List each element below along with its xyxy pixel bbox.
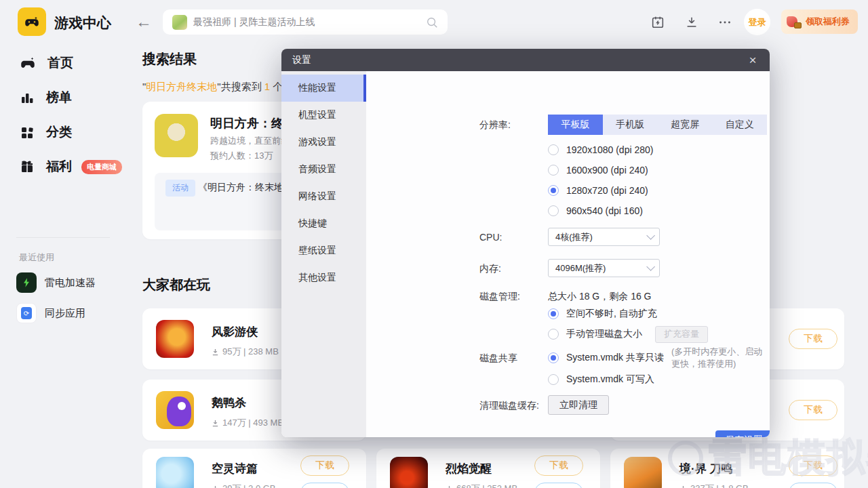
- menu-item-other[interactable]: 其他设置: [281, 264, 366, 291]
- download-button[interactable]: 下载: [789, 455, 837, 476]
- download-manager-icon[interactable]: [683, 14, 701, 31]
- gamepad-icon: [19, 54, 37, 72]
- grid-icon: [19, 124, 35, 140]
- tab-tablet[interactable]: 平板版: [548, 115, 603, 135]
- tab-ultrawide[interactable]: 超宽屏: [658, 115, 713, 135]
- resolution-option-960[interactable]: 960x540 (dpi 160): [548, 203, 643, 218]
- settings-menu: 性能设置 机型设置 游戏设置 音频设置 网络设置 快捷键 壁纸设置 其他设置: [281, 71, 366, 437]
- sidebar-item-rankings[interactable]: 榜单: [19, 87, 72, 108]
- menu-item-hotkeys[interactable]: 快捷键: [281, 210, 366, 237]
- tab-phone[interactable]: 手机版: [603, 115, 658, 135]
- back-button[interactable]: [136, 12, 152, 31]
- menu-item-performance[interactable]: 性能设置: [281, 75, 366, 102]
- search-placeholder-text: 最强祖师 | 灵阵主题活动上线: [193, 16, 420, 28]
- game-icon: [390, 457, 428, 488]
- app-logo: [18, 7, 46, 36]
- vmdk-writable-option[interactable]: System.vmdk 可写入: [548, 372, 654, 387]
- cloud-play-button[interactable]: 云玩: [300, 483, 349, 488]
- downloads-icon: [679, 485, 687, 488]
- resolution-option-1920[interactable]: 1920x1080 (dpi 280): [548, 142, 653, 157]
- resolution-label: 分辨率:: [479, 119, 511, 131]
- downloads-icon: [212, 485, 219, 488]
- download-button[interactable]: 下载: [789, 400, 837, 420]
- page-title: 游戏中心: [54, 14, 111, 33]
- settings-dialog: 设置 × 性能设置 机型设置 游戏设置 音频设置 网络设置 快捷键 壁纸设置 其…: [281, 49, 770, 437]
- downloads-icon: [212, 420, 219, 427]
- radio-icon: [548, 205, 559, 216]
- sidebar-item-home[interactable]: 首页: [19, 53, 73, 73]
- menu-item-game[interactable]: 游戏设置: [281, 129, 366, 156]
- downloads-icon: [212, 348, 219, 356]
- close-icon[interactable]: ×: [744, 52, 762, 69]
- menu-item-wallpaper[interactable]: 壁纸设置: [281, 237, 366, 264]
- dialog-title: 设置: [292, 54, 311, 66]
- game-icon: [624, 457, 662, 488]
- featured-game-icon: [155, 114, 198, 157]
- save-settings-button[interactable]: 保存设置: [715, 430, 770, 437]
- claim-coupon-button[interactable]: 领取福利券: [781, 9, 858, 34]
- radio-icon: [548, 329, 559, 340]
- search-bar[interactable]: 最强祖师 | 灵阵主题活动上线: [163, 9, 448, 35]
- download-button[interactable]: 下载: [300, 455, 349, 476]
- activity-badge: 活动: [165, 180, 195, 197]
- memory-label: 内存:: [479, 263, 501, 275]
- memory-select[interactable]: 4096M(推荐): [548, 259, 660, 277]
- downloads-icon: [446, 485, 453, 488]
- expand-capacity-button[interactable]: 扩充容量: [655, 326, 708, 343]
- menu-item-device[interactable]: 机型设置: [281, 102, 366, 129]
- disk-auto-expand-option[interactable]: 空间不够时, 自动扩充: [548, 306, 657, 321]
- sync-app-icon: ⟳: [16, 303, 37, 323]
- activity-text: 《明日方舟：终末地》: [198, 182, 293, 194]
- recent-app-ld-booster[interactable]: 雷电加速器: [16, 271, 96, 294]
- game-card[interactable]: 烈焰觉醒 668万 | 252 MB 下载 云玩: [376, 449, 600, 488]
- sidebar-divider: [16, 237, 110, 238]
- cloud-play-button[interactable]: 云玩: [534, 483, 583, 488]
- disk-manual-option[interactable]: 手动管理磁盘大小扩充容量: [548, 327, 708, 342]
- recent-app-sync[interactable]: ⟳ 同步应用: [16, 302, 85, 325]
- radio-icon-selected: [548, 352, 559, 363]
- more-menu-icon[interactable]: [716, 14, 734, 31]
- search-results-heading: 搜索结果: [142, 50, 197, 68]
- login-button[interactable]: 登录: [744, 9, 770, 35]
- chevron-down-icon: [646, 262, 655, 271]
- search-term: 明日方舟终末地: [146, 81, 217, 92]
- game-icon: [156, 457, 194, 488]
- gift-icon: [19, 159, 35, 175]
- disk-share-label: 磁盘共享: [479, 352, 517, 365]
- radio-icon: [548, 144, 559, 155]
- game-icon: [156, 391, 194, 429]
- download-button[interactable]: 下载: [534, 455, 583, 476]
- cloud-play-button[interactable]: 云玩: [789, 483, 837, 488]
- game-card[interactable]: 境·界 刀鸣 337万 | 1.8 GB 下载 云玩: [610, 449, 844, 488]
- multi-instance-icon[interactable]: [649, 14, 667, 31]
- search-icon[interactable]: [426, 16, 438, 28]
- cpu-label: CPU:: [479, 232, 502, 243]
- featured-game-reserve-count: 预约人数：13万: [210, 150, 273, 162]
- vmdk-readonly-option[interactable]: System.vmdk 共享只读(多开时内存更小、启动更快，推荐使用): [548, 350, 770, 365]
- disk-size-summary: 总大小 18 G，剩余 16 G: [548, 291, 651, 303]
- resolution-option-1600[interactable]: 1600x900 (dpi 240): [548, 163, 648, 178]
- game-icon: [156, 320, 194, 358]
- sidebar-item-welfare[interactable]: 福利 电量商城: [19, 157, 122, 177]
- bar-chart-icon: [19, 89, 35, 106]
- search-results-summary: "明日方舟终末地"共搜索到 1 个: [142, 81, 283, 94]
- download-button[interactable]: 下载: [789, 329, 837, 349]
- game-card[interactable]: 空灵诗篇 29万 | 2.0 GB 下载 云玩: [142, 449, 366, 488]
- disk-management-label: 磁盘管理:: [479, 291, 520, 303]
- recent-used-label: 最近使用: [19, 251, 54, 264]
- clean-now-button[interactable]: 立即清理: [548, 395, 609, 415]
- booster-app-icon: [16, 272, 37, 293]
- radio-icon-selected: [548, 308, 559, 319]
- menu-item-network[interactable]: 网络设置: [281, 183, 366, 210]
- playing-heading: 大家都在玩: [142, 276, 210, 294]
- search-game-avatar: [172, 15, 187, 30]
- chevron-down-icon: [646, 231, 655, 240]
- cpu-select[interactable]: 4核(推荐): [548, 228, 660, 246]
- resolution-option-1280[interactable]: 868x488 (dpi 240): [548, 183, 648, 198]
- tab-custom[interactable]: 自定义: [712, 115, 767, 135]
- dialog-titlebar: 设置 ×: [281, 49, 770, 71]
- sidebar-item-categories[interactable]: 分类: [19, 122, 72, 142]
- menu-item-audio[interactable]: 音频设置: [281, 156, 366, 183]
- search-count: 1: [264, 81, 270, 92]
- settings-content: 分辨率: 平板版 手机版 超宽屏 自定义 1920x1080 (dpi 280)…: [366, 71, 770, 437]
